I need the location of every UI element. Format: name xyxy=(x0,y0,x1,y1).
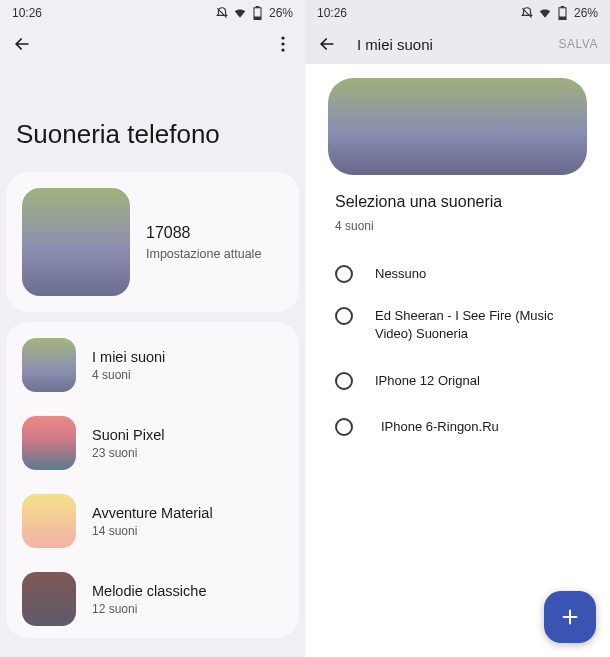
category-sub: 14 suoni xyxy=(92,524,213,538)
ringtone-selection-section: Seleziona una suoneria 4 suoni Nessuno E… xyxy=(335,193,580,450)
category-thumb xyxy=(22,338,76,392)
ringtone-label: Nessuno xyxy=(375,265,426,283)
svg-point-4 xyxy=(281,42,284,45)
status-right: 26% xyxy=(520,6,598,20)
svg-rect-8 xyxy=(559,17,566,21)
status-time: 10:26 xyxy=(317,6,347,20)
current-name: 17088 xyxy=(146,224,261,242)
radio-icon xyxy=(335,307,353,325)
section-sub: 4 suoni xyxy=(335,219,580,233)
status-right: 26% xyxy=(215,6,293,20)
screen-sound-selection: 10:26 26% I miei suoni SALVA xyxy=(305,0,610,657)
hero-image xyxy=(328,78,587,175)
section-title: Seleziona una suoneria xyxy=(335,193,580,211)
dnd-icon xyxy=(520,6,534,20)
add-button[interactable] xyxy=(544,591,596,643)
category-name: I miei suoni xyxy=(92,349,165,365)
wifi-icon xyxy=(538,6,552,20)
ringtone-option-none[interactable]: Nessuno xyxy=(335,251,580,297)
radio-icon xyxy=(335,372,353,390)
dnd-icon xyxy=(215,6,229,20)
category-list: I miei suoni 4 suoni Suoni Pixel 23 suon… xyxy=(6,322,299,638)
status-time: 10:26 xyxy=(12,6,42,20)
more-button[interactable] xyxy=(273,34,293,54)
wifi-icon xyxy=(233,6,247,20)
page-title: Suoneria telefono xyxy=(0,64,305,170)
radio-icon xyxy=(335,265,353,283)
back-button[interactable] xyxy=(12,34,32,54)
category-thumb xyxy=(22,416,76,470)
ringtone-option-3[interactable]: IPhone 6-Ringon.Ru xyxy=(335,404,580,450)
category-name: Suoni Pixel xyxy=(92,427,165,443)
category-name: Melodie classiche xyxy=(92,583,206,599)
category-material[interactable]: Avventure Material 14 suoni xyxy=(22,482,283,560)
ringtone-option-2[interactable]: IPhone 12 Orignal xyxy=(335,358,580,404)
current-sub: Impostazione attuale xyxy=(146,247,261,261)
ringtone-label: IPhone 12 Orignal xyxy=(375,372,480,390)
category-sub: 23 suoni xyxy=(92,446,165,460)
svg-point-3 xyxy=(281,36,284,39)
category-classic[interactable]: Melodie classiche 12 suoni xyxy=(22,560,283,638)
back-button[interactable] xyxy=(317,34,337,54)
category-thumb xyxy=(22,494,76,548)
battery-percent: 26% xyxy=(269,6,293,20)
current-thumbnail xyxy=(22,188,130,296)
app-bar-title: I miei suoni xyxy=(357,36,559,53)
app-bar-right: I miei suoni SALVA xyxy=(305,24,610,64)
battery-percent: 26% xyxy=(574,6,598,20)
ringtone-label: Ed Sheeran - I See Fire (Music Video) Su… xyxy=(375,307,580,343)
screen-ringtone-categories: 10:26 26% Suoneria telefono 17088 xyxy=(0,0,305,657)
save-button[interactable]: SALVA xyxy=(559,37,598,51)
category-my-sounds[interactable]: I miei suoni 4 suoni xyxy=(22,326,283,404)
ringtone-label: IPhone 6-Ringon.Ru xyxy=(375,418,499,436)
radio-icon xyxy=(335,418,353,436)
status-bar: 10:26 26% xyxy=(305,0,610,24)
current-ringtone-card[interactable]: 17088 Impostazione attuale xyxy=(6,172,299,312)
ringtone-option-1[interactable]: Ed Sheeran - I See Fire (Music Video) Su… xyxy=(335,297,580,357)
plus-icon xyxy=(559,606,581,628)
battery-icon xyxy=(251,6,265,20)
svg-rect-2 xyxy=(254,17,261,21)
category-sub: 12 suoni xyxy=(92,602,206,616)
category-sub: 4 suoni xyxy=(92,368,165,382)
category-pixel-sounds[interactable]: Suoni Pixel 23 suoni xyxy=(22,404,283,482)
status-bar: 10:26 26% xyxy=(0,0,305,24)
category-thumb xyxy=(22,572,76,626)
app-bar-left xyxy=(0,24,305,64)
category-name: Avventure Material xyxy=(92,505,213,521)
battery-icon xyxy=(556,6,570,20)
svg-point-5 xyxy=(281,48,284,51)
